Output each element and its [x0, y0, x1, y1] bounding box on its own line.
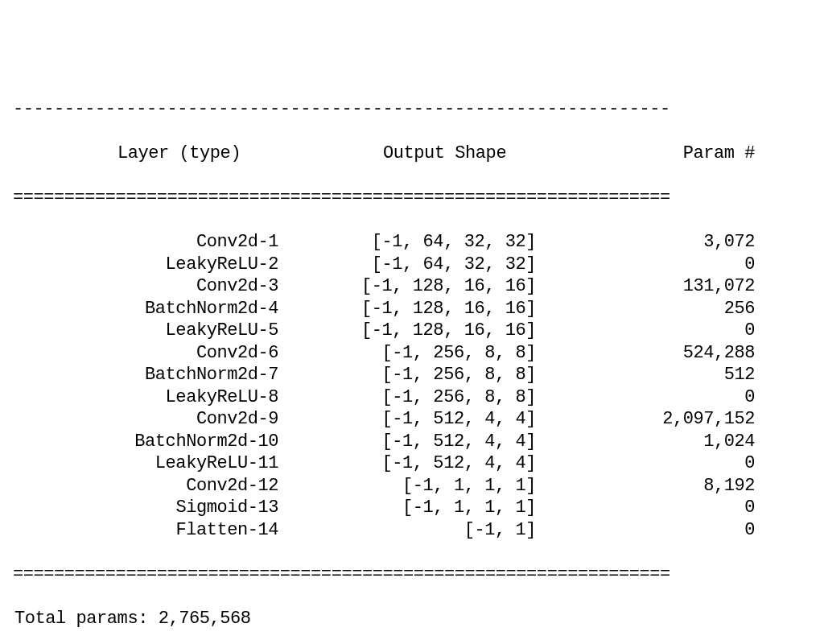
cell-layer: BatchNorm2d-10: [13, 431, 286, 453]
table-row: BatchNorm2d-10[-1, 512, 4, 4]1,024: [13, 431, 811, 453]
table-row: Conv2d-12[-1, 1, 1, 1]8,192: [13, 475, 811, 497]
cell-layer: Conv2d-1: [13, 231, 286, 254]
cell-shape: [-1, 512, 4, 4]: [286, 408, 544, 431]
table-row: LeakyReLU-11[-1, 512, 4, 4]0: [13, 452, 811, 475]
cell-param: 0: [544, 320, 761, 342]
cell-shape: [-1, 256, 8, 8]: [286, 364, 544, 386]
table-row: BatchNorm2d-7[-1, 256, 8, 8]512: [13, 364, 811, 386]
cell-shape: [-1, 512, 4, 4]: [286, 431, 544, 453]
cell-shape: [-1, 1, 1, 1]: [286, 497, 544, 519]
table-row: Conv2d-6[-1, 256, 8, 8]524,288: [13, 342, 811, 365]
table-row: Flatten-14[-1, 1]0: [13, 519, 811, 542]
table-row: LeakyReLU-2[-1, 64, 32, 32]0: [13, 254, 811, 276]
header-param: Param #: [544, 142, 761, 165]
cell-layer: Conv2d-9: [13, 408, 286, 431]
cell-layer: LeakyReLU-11: [13, 452, 286, 475]
table-header: Layer (type) Output Shape Param #: [13, 142, 811, 165]
cell-layer: Conv2d-6: [13, 342, 286, 365]
cell-layer: LeakyReLU-8: [13, 386, 286, 409]
cell-param: 2,097,152: [544, 408, 761, 431]
cell-param: 512: [544, 364, 761, 386]
cell-param: 1,024: [544, 431, 761, 453]
cell-param: 0: [544, 386, 761, 409]
table-row: Conv2d-9[-1, 512, 4, 4]2,097,152: [13, 408, 811, 431]
cell-param: 256: [544, 298, 761, 320]
table-row: Conv2d-1[-1, 64, 32, 32]3,072: [13, 231, 811, 254]
table-row: Conv2d-3[-1, 128, 16, 16]131,072: [13, 275, 811, 298]
table-row: LeakyReLU-8[-1, 256, 8, 8]0: [13, 386, 811, 409]
table-body: Conv2d-1[-1, 64, 32, 32]3,072LeakyReLU-2…: [13, 231, 811, 541]
cell-shape: [-1, 128, 16, 16]: [286, 298, 544, 320]
cell-param: 0: [544, 254, 761, 276]
cell-layer: Flatten-14: [13, 519, 286, 542]
cell-layer: Conv2d-12: [13, 475, 286, 497]
cell-shape: [-1, 64, 32, 32]: [286, 254, 544, 276]
cell-shape: [-1, 64, 32, 32]: [286, 231, 544, 254]
cell-shape: [-1, 128, 16, 16]: [286, 275, 544, 298]
cell-shape: [-1, 1]: [286, 519, 544, 542]
cell-param: 524,288: [544, 342, 761, 365]
divider-top: ----------------------------------------…: [13, 98, 811, 121]
cell-param: 0: [544, 519, 761, 542]
cell-layer: BatchNorm2d-7: [13, 364, 286, 386]
cell-layer: Sigmoid-13: [13, 497, 286, 519]
header-shape: Output Shape: [286, 142, 544, 165]
cell-param: 0: [544, 497, 761, 519]
cell-shape: [-1, 512, 4, 4]: [286, 452, 544, 475]
cell-shape: [-1, 1, 1, 1]: [286, 475, 544, 497]
cell-param: 0: [544, 452, 761, 475]
cell-layer: Conv2d-3: [13, 275, 286, 298]
cell-layer: LeakyReLU-2: [13, 254, 286, 276]
header-layer: Layer (type): [13, 142, 286, 165]
table-row: BatchNorm2d-4[-1, 128, 16, 16]256: [13, 298, 811, 320]
table-row: LeakyReLU-5[-1, 128, 16, 16]0: [13, 320, 811, 342]
cell-param: 8,192: [544, 475, 761, 497]
divider-header: ========================================…: [13, 187, 811, 209]
divider-after-rows: ========================================…: [13, 564, 811, 586]
cell-shape: [-1, 128, 16, 16]: [286, 320, 544, 342]
cell-param: 131,072: [544, 275, 761, 298]
cell-layer: BatchNorm2d-4: [13, 298, 286, 320]
total-params: Total params: 2,765,568: [13, 608, 811, 630]
cell-layer: LeakyReLU-5: [13, 320, 286, 342]
cell-shape: [-1, 256, 8, 8]: [286, 386, 544, 409]
cell-param: 3,072: [544, 231, 761, 254]
cell-shape: [-1, 256, 8, 8]: [286, 342, 544, 365]
table-row: Sigmoid-13[-1, 1, 1, 1]0: [13, 497, 811, 519]
